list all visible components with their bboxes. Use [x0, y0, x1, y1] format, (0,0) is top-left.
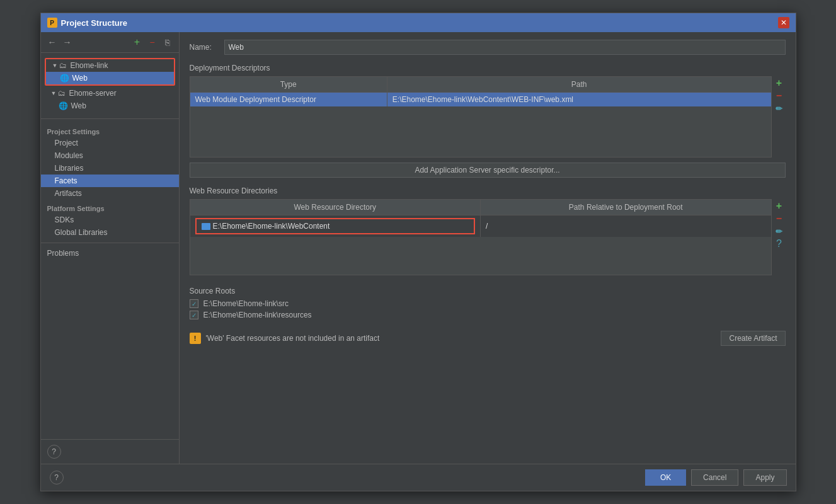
sidebar-item-libraries[interactable]: Libraries	[41, 162, 179, 175]
wr-col-rel: Path Relative to Deployment Root	[481, 200, 771, 215]
name-input[interactable]	[224, 40, 786, 55]
name-label: Name:	[190, 43, 218, 52]
wr-edit-button[interactable]: ✏	[774, 226, 785, 237]
remove-button[interactable]: −	[146, 36, 159, 49]
wr-table-empty	[190, 237, 771, 275]
name-row: Name:	[190, 40, 786, 55]
source-root-row-1: E:\Ehome\Ehome-link\resources	[190, 311, 786, 319]
warning-text: 'Web' Facet resources are not included i…	[206, 334, 380, 343]
wr-remove-button[interactable]: −	[774, 213, 785, 224]
sidebar: ← → + − ⎘ ▼ 🗂 Ehom	[41, 32, 180, 464]
dd-side-buttons: + − ✏	[773, 76, 786, 158]
web-resource-section: Web Resource Directory Path Relative to …	[190, 199, 786, 275]
deployment-descriptors-table: Type Path Web Module Deployment Descript…	[190, 76, 772, 158]
platform-settings-label: Platform Settings	[41, 200, 179, 214]
dd-table-empty	[190, 106, 771, 157]
main-content: Name: Deployment Descriptors Type Path W…	[180, 32, 796, 464]
wr-side-buttons: + − ✏ ?	[773, 199, 786, 275]
web-resource-title: Web Resource Directories	[190, 186, 786, 195]
dd-table-header: Type Path	[190, 77, 771, 93]
dialog-footer: ? OK Cancel Apply	[41, 464, 796, 491]
add-button[interactable]: +	[131, 36, 144, 49]
add-server-descriptor-button[interactable]: Add Application Server specific descript…	[190, 163, 786, 178]
dd-remove-button[interactable]: −	[774, 90, 785, 101]
title-bar: P Project Structure ✕	[41, 13, 796, 32]
forward-button[interactable]: →	[61, 36, 74, 49]
dd-table-row[interactable]: Web Module Deployment Descriptor E:\Ehom…	[190, 93, 771, 106]
dd-edit-button[interactable]: ✏	[774, 103, 785, 114]
sidebar-toolbar: ← → + − ⎘	[41, 32, 179, 53]
sidebar-item-ehome-link[interactable]: ▼ 🗂 Ehome-link	[46, 59, 174, 72]
web-resource-table: Web Resource Directory Path Relative to …	[190, 199, 772, 275]
sidebar-tree: ▼ 🗂 Ehome-link 🌐 Web	[41, 53, 179, 439]
source-root-path-0: E:\Ehome\Ehome-link\src	[203, 299, 289, 308]
wr-table-header: Web Resource Directory Path Relative to …	[190, 200, 771, 215]
apply-button[interactable]: Apply	[743, 469, 786, 486]
source-root-row-0: E:\Ehome\Ehome-link\src	[190, 299, 786, 308]
back-button[interactable]: ←	[46, 36, 59, 49]
folder-icon	[202, 223, 210, 230]
source-root-checkbox-1[interactable]	[190, 311, 198, 319]
wr-help-icon[interactable]: ?	[776, 238, 782, 249]
wr-col-web: Web Resource Directory	[190, 200, 481, 215]
sidebar-item-facets[interactable]: Facets	[41, 175, 179, 187]
wr-table-row[interactable]: E:\Ehome\Ehome-link\WebContent /	[190, 215, 771, 237]
footer-help-button[interactable]: ?	[50, 471, 64, 484]
sidebar-item-project[interactable]: Project	[41, 137, 179, 149]
dd-col-path: Path	[387, 77, 771, 92]
warning-icon: !	[190, 333, 201, 344]
sidebar-item-ehome-link-web[interactable]: 🌐 Web	[46, 72, 174, 84]
dd-add-button[interactable]: +	[774, 77, 785, 89]
sidebar-item-ehome-server[interactable]: ▼ 🗂 Ehome-server	[45, 87, 175, 100]
sidebar-item-sdks[interactable]: SDKs	[41, 214, 179, 226]
deployment-descriptors-section: Type Path Web Module Deployment Descript…	[190, 76, 786, 158]
create-artifact-button[interactable]: Create Artifact	[721, 331, 785, 346]
dd-type-cell: Web Module Deployment Descriptor	[190, 93, 387, 106]
project-settings-label: Project Settings	[41, 123, 179, 137]
wr-add-button[interactable]: +	[774, 200, 785, 212]
sidebar-item-modules[interactable]: Modules	[41, 149, 179, 162]
wr-relative-cell: /	[481, 215, 771, 237]
source-roots-title: Source Roots	[190, 287, 786, 295]
sidebar-item-artifacts[interactable]: Artifacts	[41, 187, 179, 200]
warning-row: ! 'Web' Facet resources are not included…	[190, 328, 786, 348]
dialog-icon: P	[47, 18, 57, 28]
sidebar-item-ehome-server-web[interactable]: 🌐 Web	[45, 100, 175, 112]
ok-button[interactable]: OK	[645, 469, 686, 486]
source-root-checkbox-0[interactable]	[190, 299, 198, 308]
close-button[interactable]: ✕	[778, 17, 789, 28]
dialog-title: Project Structure	[61, 18, 127, 28]
wr-directory-text: E:\Ehome\Ehome-link\WebContent	[213, 222, 330, 231]
wr-directory-cell: E:\Ehome\Ehome-link\WebContent	[190, 215, 481, 237]
deployment-descriptors-title: Deployment Descriptors	[190, 64, 786, 72]
source-roots-section: Source Roots E:\Ehome\Ehome-link\src E:\…	[190, 287, 786, 322]
copy-button[interactable]: ⎘	[161, 36, 174, 49]
sidebar-item-problems[interactable]: Problems	[41, 247, 179, 260]
sidebar-help-button[interactable]: ?	[47, 445, 61, 459]
cancel-button[interactable]: Cancel	[691, 469, 738, 486]
dd-path-cell: E:\Ehome\Ehome-link\WebContent\WEB-INF\w…	[387, 93, 771, 106]
source-root-path-1: E:\Ehome\Ehome-link\resources	[203, 311, 312, 319]
sidebar-item-global-libraries[interactable]: Global Libraries	[41, 226, 179, 239]
dd-col-type: Type	[190, 77, 387, 92]
